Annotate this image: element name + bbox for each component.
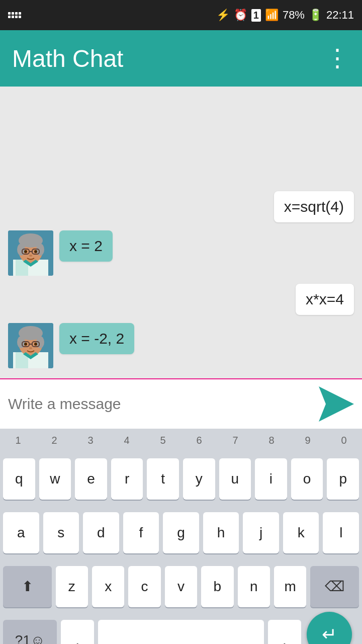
enter-key[interactable]: ↵: [307, 612, 352, 644]
key-h[interactable]: h: [203, 512, 239, 553]
svg-point-27: [29, 347, 32, 349]
key-n[interactable]: n: [238, 566, 270, 607]
symbols-key[interactable]: ?1☺: [3, 620, 57, 645]
message-text: x = -2, 2: [69, 330, 124, 347]
send-button[interactable]: [319, 386, 354, 422]
number-hints-row: 1 2 3 4 5 6 7 8 9 0: [0, 429, 362, 452]
num-8: 8: [253, 429, 290, 452]
key-k[interactable]: k: [283, 512, 319, 553]
symbols-label: ?1☺: [15, 632, 45, 645]
key-j[interactable]: j: [243, 512, 279, 553]
key-y[interactable]: y: [183, 458, 215, 500]
key-q[interactable]: q: [3, 458, 35, 500]
status-bar: ⚡ ⏰ 1 📶 78% 🔋 22:11: [0, 0, 362, 30]
keyboard-row-1: q w e r t y u i o p: [0, 452, 362, 506]
status-left: [8, 12, 21, 18]
key-s[interactable]: s: [43, 512, 79, 553]
enter-icon: ↵: [322, 624, 337, 644]
key-x[interactable]: x: [92, 566, 124, 607]
key-z[interactable]: z: [56, 566, 88, 607]
clock: 22:11: [326, 9, 354, 22]
bluetooth-icon: ⚡: [216, 9, 230, 22]
keyboard-row-3: ⬆ z x c v b n m ⌫: [0, 559, 362, 613]
num-6: 6: [181, 429, 217, 452]
key-b[interactable]: b: [201, 566, 233, 607]
svg-point-26: [34, 343, 37, 346]
key-w[interactable]: w: [39, 458, 71, 500]
keyboard: 1 2 3 4 5 6 7 8 9 0 q w e r t y u i o p …: [0, 429, 362, 644]
comma-label: ,: [75, 632, 79, 645]
bubble-sent-2: x*x=4: [296, 284, 354, 315]
avatar-2: [8, 323, 53, 368]
key-u[interactable]: u: [219, 458, 251, 500]
message-text: x = 2: [69, 237, 103, 254]
keyboard-row-2: a s d f g h j k l: [0, 506, 362, 559]
chat-area: x=sqrt(4): [0, 87, 362, 378]
more-options-icon[interactable]: ⋮: [325, 46, 350, 70]
space-key[interactable]: [98, 620, 264, 645]
num-4: 4: [109, 429, 145, 452]
num-2: 2: [36, 429, 72, 452]
period-label: .: [283, 632, 287, 645]
message-row-sent-1: x=sqrt(4): [8, 191, 354, 222]
grid-icon: [8, 12, 21, 18]
message-row-received-2: x = -2, 2: [8, 323, 354, 368]
signal-icon: 📶: [265, 9, 279, 22]
keyboard-row-4: ?1☺ , . ↵: [0, 613, 362, 644]
app-bar: Math Chat ⋮: [0, 30, 362, 87]
status-right: ⚡ ⏰ 1 📶 78% 🔋 22:11: [216, 9, 354, 22]
message-input[interactable]: [8, 395, 313, 413]
message-row-sent-2: x*x=4: [8, 284, 354, 315]
key-i[interactable]: i: [255, 458, 287, 500]
avatar-1: [8, 230, 53, 276]
svg-point-13: [29, 255, 32, 257]
comma-key[interactable]: ,: [61, 620, 94, 645]
shift-icon: ⬆: [22, 578, 33, 595]
message-text: x=sqrt(4): [284, 198, 344, 215]
message-row-received-1: x = 2: [8, 230, 354, 276]
battery-icon: 🔋: [309, 9, 322, 22]
key-t[interactable]: t: [147, 458, 179, 500]
key-f[interactable]: f: [123, 512, 159, 553]
message-text: x*x=4: [306, 291, 344, 307]
num-0: 0: [326, 429, 362, 452]
bubble-received-1: x = 2: [59, 230, 113, 262]
backspace-icon: ⌫: [325, 578, 345, 595]
key-g[interactable]: g: [163, 512, 199, 553]
key-m[interactable]: m: [274, 566, 306, 607]
key-p[interactable]: p: [327, 458, 359, 500]
key-r[interactable]: r: [111, 458, 143, 500]
alarm-icon: ⏰: [234, 9, 247, 22]
app-title: Math Chat: [12, 45, 123, 72]
key-v[interactable]: v: [165, 566, 197, 607]
key-d[interactable]: d: [83, 512, 119, 553]
key-o[interactable]: o: [291, 458, 323, 500]
num-1: 1: [0, 429, 36, 452]
input-row: [0, 378, 362, 429]
svg-point-11: [24, 250, 27, 253]
backspace-key[interactable]: ⌫: [310, 566, 359, 607]
num-9: 9: [290, 429, 326, 452]
bubble-sent-1: x=sqrt(4): [274, 191, 354, 222]
key-a[interactable]: a: [3, 512, 39, 553]
svg-point-12: [34, 250, 37, 253]
bubble-received-2: x = -2, 2: [59, 323, 134, 354]
period-key[interactable]: .: [268, 620, 301, 645]
battery-percent: 78%: [283, 9, 305, 22]
key-e[interactable]: e: [75, 458, 107, 500]
key-c[interactable]: c: [128, 566, 160, 607]
key-l[interactable]: l: [323, 512, 359, 553]
num-7: 7: [217, 429, 253, 452]
sim-icon: 1: [251, 9, 261, 22]
svg-point-25: [24, 343, 27, 346]
num-3: 3: [72, 429, 109, 452]
num-5: 5: [145, 429, 181, 452]
shift-key[interactable]: ⬆: [3, 566, 52, 607]
